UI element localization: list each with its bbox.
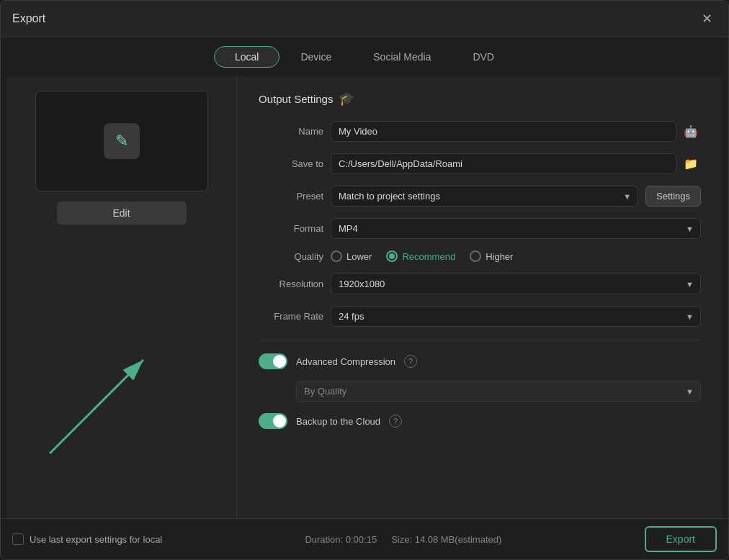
format-select[interactable]: MP4: [331, 218, 701, 239]
format-select-wrap: MP4 ▼: [331, 218, 701, 239]
compression-method-select[interactable]: By Quality By Size: [296, 381, 701, 402]
tab-local[interactable]: Local: [214, 46, 279, 68]
advanced-compression-label: Advanced Compression: [296, 356, 395, 367]
title-bar: Export ✕: [1, 1, 728, 37]
preset-select-wrap: Match to project settings ▼: [331, 186, 638, 207]
quality-higher-option[interactable]: Higher: [470, 250, 513, 262]
compression-options-row: By Quality By Size ▼: [296, 381, 701, 402]
divider-1: [259, 340, 701, 340]
backup-cloud-row: Backup to the Cloud ?: [259, 413, 701, 429]
quality-row: Quality Lower Recommend Higher: [259, 250, 701, 262]
duration-text: Duration: 0:00:15: [305, 534, 377, 545]
advanced-compression-toggle[interactable]: [259, 353, 287, 369]
name-label: Name: [259, 126, 323, 137]
format-label: Format: [259, 223, 323, 234]
resolution-select[interactable]: 1920x1080: [331, 274, 701, 294]
tab-dvd[interactable]: DVD: [452, 46, 515, 68]
backup-cloud-toggle[interactable]: [259, 413, 287, 429]
quality-recommend-option[interactable]: Recommend: [386, 250, 455, 262]
export-dialog: Export ✕ Local Device Social Media DVD ✎…: [0, 0, 729, 560]
save-to-label: Save to: [259, 158, 323, 169]
frame-rate-select[interactable]: 24 fps: [331, 306, 701, 327]
right-panel: Output Settings 🎓 Name 🤖 Save to 📁: [237, 76, 723, 518]
backup-cloud-label: Backup to the Cloud: [296, 416, 380, 427]
quality-higher-label: Higher: [486, 251, 513, 262]
resolution-row: Resolution 1920x1080 ▼: [259, 274, 701, 294]
name-input[interactable]: [331, 121, 676, 142]
format-row: Format MP4 ▼: [259, 218, 701, 239]
edit-button[interactable]: Edit: [57, 202, 187, 225]
preset-row: Preset Match to project settings ▼ Setti…: [259, 186, 701, 207]
quality-lower-radio[interactable]: [331, 250, 342, 262]
quality-lower-option[interactable]: Lower: [331, 250, 372, 262]
left-panel: ✎ Edit: [6, 76, 237, 518]
backup-cloud-toggle-knob: [273, 415, 286, 428]
preview-box: ✎: [35, 91, 208, 191]
preview-icon: ✎: [104, 123, 140, 159]
resolution-select-wrap: 1920x1080 ▼: [331, 274, 701, 294]
resolution-label: Resolution: [259, 279, 323, 289]
quality-recommend-dot: [389, 253, 395, 259]
save-to-input[interactable]: [331, 153, 676, 174]
size-text: Size: 14.08 MB(estimated): [391, 534, 501, 545]
main-content: ✎ Edit Output Settings 🎓: [6, 76, 723, 518]
quality-recommend-radio[interactable]: [386, 250, 398, 262]
tabs-row: Local Device Social Media DVD: [1, 37, 728, 76]
frame-rate-label: Frame Rate: [259, 311, 323, 322]
frame-rate-row: Frame Rate 24 fps ▼: [259, 306, 701, 327]
save-to-row: Save to 📁: [259, 153, 701, 174]
tab-device[interactable]: Device: [279, 46, 352, 68]
export-button[interactable]: Export: [645, 526, 717, 552]
quality-label: Quality: [259, 251, 323, 262]
ai-rename-button[interactable]: 🤖: [681, 122, 701, 141]
arrow-annotation: [28, 346, 172, 461]
quality-recommend-label: Recommend: [402, 251, 455, 262]
close-button[interactable]: ✕: [697, 9, 717, 28]
compression-method-select-wrap: By Quality By Size ▼: [296, 381, 701, 402]
svg-line-1: [50, 360, 143, 453]
quality-lower-label: Lower: [346, 251, 372, 262]
toggle-knob: [273, 355, 286, 368]
advanced-compression-row: Advanced Compression ?: [259, 353, 701, 369]
quality-options: Lower Recommend Higher: [331, 250, 513, 262]
settings-button[interactable]: Settings: [645, 186, 701, 207]
preset-label: Preset: [259, 191, 323, 202]
section-title: Output Settings 🎓: [259, 91, 701, 107]
last-settings-checkbox-row: Use last export settings for local: [12, 533, 162, 545]
name-row: Name 🤖: [259, 121, 701, 142]
backup-cloud-help-icon[interactable]: ?: [389, 415, 402, 428]
save-to-input-group: 📁: [331, 153, 701, 174]
frame-rate-select-wrap: 24 fps ▼: [331, 306, 701, 327]
advanced-compression-help-icon[interactable]: ?: [404, 355, 417, 368]
last-settings-label: Use last export settings for local: [30, 534, 162, 545]
settings-icon: 🎓: [339, 91, 354, 107]
name-input-group: 🤖: [331, 121, 701, 142]
info-text: Duration: 0:00:15 Size: 14.08 MB(estimat…: [305, 534, 501, 545]
preset-select[interactable]: Match to project settings: [331, 186, 638, 207]
tab-social-media[interactable]: Social Media: [352, 46, 452, 68]
section-title-text: Output Settings: [259, 93, 333, 105]
last-settings-checkbox[interactable]: [12, 533, 24, 545]
dialog-title: Export: [12, 12, 45, 25]
quality-higher-radio[interactable]: [470, 250, 481, 262]
folder-browse-button[interactable]: 📁: [681, 154, 701, 173]
bottom-bar: Use last export settings for local Durat…: [1, 518, 728, 559]
